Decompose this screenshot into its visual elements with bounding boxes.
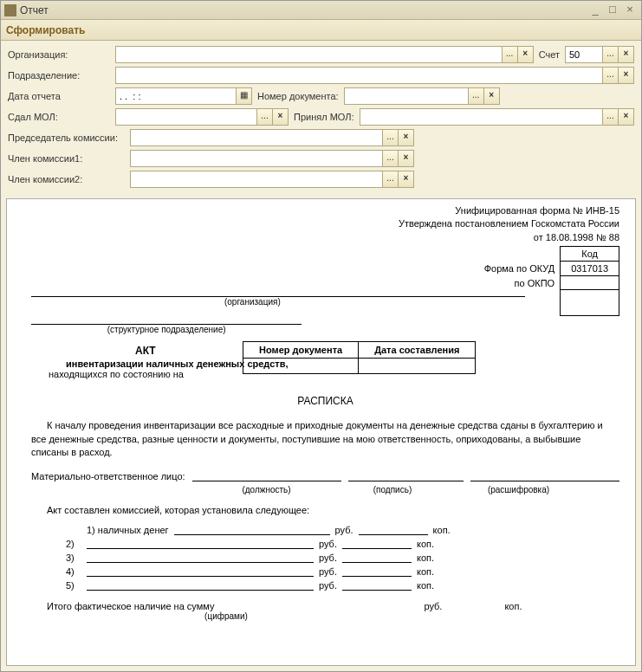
member1-clear-button[interactable]: × bbox=[398, 151, 413, 166]
docnum-clear-button[interactable]: × bbox=[483, 88, 499, 104]
maximize-button[interactable]: □ bbox=[605, 3, 620, 17]
gave-mol-label: Сдал МОЛ: bbox=[8, 112, 110, 122]
org-select-button[interactable]: ... bbox=[502, 47, 517, 62]
money-row-1: 1) наличных денегруб.коп. bbox=[66, 524, 619, 535]
mol-signature-row: Материально-ответственное лицо: bbox=[31, 469, 619, 481]
date-label: Дата отчета bbox=[8, 91, 110, 101]
account-input[interactable]: ...× bbox=[565, 46, 634, 63]
generate-button[interactable]: Сформировать bbox=[6, 24, 85, 36]
window-title: Отчет bbox=[20, 4, 586, 16]
subdiv-caption: (структурное подразделение) bbox=[31, 325, 302, 334]
document-area[interactable]: Унифицированная форма № ИНВ-15 Утвержден… bbox=[6, 198, 636, 666]
act-subtitle: инвентаризации наличных денежных средств… bbox=[66, 359, 619, 369]
receipt-heading: РАСПИСКА bbox=[31, 395, 619, 407]
total-row: Итого фактическое наличие на сумму руб. … bbox=[47, 601, 619, 611]
accepted-mol-select-button[interactable]: ... bbox=[602, 109, 618, 125]
member2-label: Член комиссии2: bbox=[8, 174, 125, 184]
form-header: Унифицированная форма № ИНВ-15 Утвержден… bbox=[31, 204, 619, 244]
commission-line: Акт составлен комиссией, которая установ… bbox=[47, 505, 619, 515]
org-input[interactable]: ...× bbox=[115, 46, 534, 63]
account-label: Счет bbox=[539, 49, 560, 60]
subdiv-input[interactable]: ...× bbox=[115, 67, 634, 84]
member1-input[interactable]: ...× bbox=[130, 150, 414, 167]
member2-input[interactable]: ...× bbox=[130, 171, 414, 188]
minimize-button[interactable]: _ bbox=[587, 3, 603, 17]
money-row-5: 5)руб.коп. bbox=[66, 579, 619, 591]
gave-mol-input[interactable]: ...× bbox=[115, 108, 289, 126]
act-status: находящихся по состоянию на bbox=[49, 369, 619, 379]
account-select-button[interactable]: ... bbox=[602, 47, 618, 62]
chairman-input[interactable]: ...× bbox=[130, 129, 414, 146]
money-row-2: 2)руб.коп. bbox=[66, 538, 619, 549]
member2-clear-button[interactable]: × bbox=[398, 171, 413, 187]
member1-label: Член комиссии1: bbox=[8, 153, 125, 164]
close-button[interactable]: × bbox=[622, 3, 638, 17]
docnum-label: Номер документа: bbox=[257, 91, 339, 101]
gave-mol-select-button[interactable]: ... bbox=[256, 109, 272, 125]
calendar-icon[interactable]: ▦ bbox=[236, 88, 251, 104]
code-table: Код Форма по ОКУД0317013 по ОКПО bbox=[474, 246, 619, 316]
digits-caption: (цифрами) bbox=[126, 611, 326, 621]
subdiv-select-button[interactable]: ... bbox=[602, 68, 618, 83]
chairman-clear-button[interactable]: × bbox=[398, 130, 413, 145]
subdiv-clear-button[interactable]: × bbox=[618, 68, 633, 83]
subdiv-label: Подразделение: bbox=[8, 70, 110, 81]
money-row-4: 4)руб.коп. bbox=[66, 565, 619, 577]
app-icon bbox=[4, 4, 16, 16]
chairman-select-button[interactable]: ... bbox=[382, 130, 398, 145]
gave-mol-clear-button[interactable]: × bbox=[272, 109, 288, 125]
member1-select-button[interactable]: ... bbox=[382, 151, 398, 166]
receipt-text: К началу проведения инвентаризации все р… bbox=[31, 419, 619, 459]
org-clear-button[interactable]: × bbox=[517, 47, 533, 62]
org-caption: (организация) bbox=[31, 297, 525, 307]
date-input[interactable]: ▦ bbox=[115, 87, 252, 105]
chairman-label: Председатель комиссии: bbox=[8, 132, 125, 143]
docnum-select-button[interactable]: ... bbox=[468, 88, 483, 104]
money-row-3: 3)руб.коп. bbox=[66, 552, 619, 563]
mol-captions: (должность) (подпись) (расшифровка) bbox=[31, 485, 619, 494]
org-label: Организация: bbox=[8, 49, 110, 60]
docnum-input[interactable]: ...× bbox=[344, 87, 500, 105]
accepted-mol-clear-button[interactable]: × bbox=[618, 109, 633, 125]
accepted-mol-label: Принял МОЛ: bbox=[294, 112, 354, 122]
account-clear-button[interactable]: × bbox=[618, 47, 633, 62]
accepted-mol-input[interactable]: ...× bbox=[360, 108, 634, 126]
member2-select-button[interactable]: ... bbox=[382, 171, 398, 187]
